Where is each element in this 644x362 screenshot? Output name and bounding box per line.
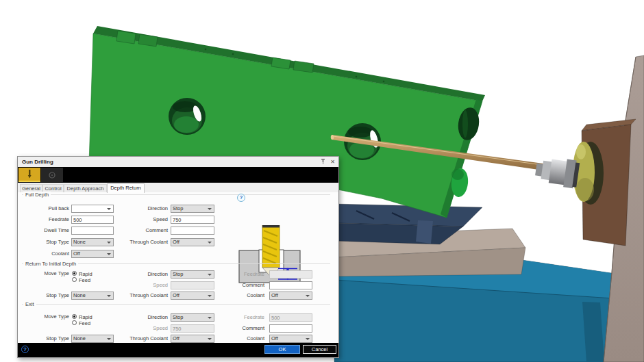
feed-radio-label: Feed <box>79 320 90 326</box>
close-icon[interactable]: ✕ <box>330 159 335 165</box>
comment-label: Comment <box>106 227 168 235</box>
help-icon[interactable]: ? <box>21 346 29 353</box>
pull-back-label: Pull back <box>20 205 69 213</box>
tab-depth-approach[interactable]: Depth Approach <box>64 184 107 192</box>
toolbar-gun-drill-button[interactable] <box>18 168 40 182</box>
feedrate-label: Feedrate <box>20 216 69 224</box>
chevron-down-icon <box>208 208 212 210</box>
help-icon[interactable]: ? <box>237 194 245 202</box>
toolbar-settings-button[interactable] <box>41 168 63 182</box>
feed-radio[interactable] <box>72 277 77 282</box>
group-caption-exit: Exit <box>23 301 36 307</box>
through-coolant-label: Through Coolant <box>106 238 168 246</box>
dialog-title: Gun Drilling <box>22 159 53 165</box>
app-window: { "window": { "title": "Gun Drilling", "… <box>0 0 644 362</box>
feedrate-label: Feedrate <box>201 270 264 279</box>
dialog-body: Full Depth Pull back Direction Stop Feed… <box>18 192 338 343</box>
stop-type-label: Stop Type <box>20 335 69 343</box>
rapid-radio-label: Rapid <box>79 271 92 277</box>
coolant-label: Coolant <box>201 335 264 343</box>
through-coolant-select[interactable]: Off <box>171 238 214 246</box>
dialog-footer: ? OK Cancel <box>18 343 338 357</box>
gun-drilling-dialog: Gun Drilling ✕ General Control Depth App… <box>17 156 339 358</box>
pin-icon[interactable] <box>320 158 326 166</box>
through-coolant-label: Through Coolant <box>106 335 168 343</box>
dialog-toolbar <box>18 167 338 183</box>
chevron-down-icon <box>306 338 310 340</box>
group-caption-full-depth: Full Depth <box>23 192 51 198</box>
bore-bright-shade <box>451 169 464 180</box>
speed-label: Speed <box>106 281 168 289</box>
feedrate-input <box>269 313 312 322</box>
through-coolant-label: Through Coolant <box>106 292 168 300</box>
tab-bar: General Control Depth Approach Depth Ret… <box>18 183 338 193</box>
rapid-radio[interactable] <box>72 271 77 276</box>
stop-type-label: Stop Type <box>20 238 69 246</box>
coolant-select[interactable]: Off <box>269 292 312 300</box>
feedrate-label: Feedrate <box>201 313 264 322</box>
comment-input[interactable] <box>171 227 214 235</box>
direction-label: Direction <box>106 270 168 279</box>
drill-icon <box>25 169 34 180</box>
drilled-hole-left <box>169 98 206 135</box>
tab-depth-return[interactable]: Depth Return <box>107 183 145 193</box>
stop-type-label: Stop Type <box>20 292 69 300</box>
coolant-label: Coolant <box>20 250 69 258</box>
comment-label: Comment <box>201 324 264 333</box>
ok-button[interactable]: OK <box>264 345 300 354</box>
direction-label: Direction <box>106 313 168 322</box>
rapid-radio-label: Rapid <box>79 314 92 320</box>
feedrate-input <box>269 270 312 279</box>
coolant-select[interactable]: Off <box>269 335 312 343</box>
tool-settings-icon <box>48 171 56 179</box>
speed-input[interactable] <box>171 216 214 224</box>
comment-label: Comment <box>201 281 264 289</box>
direction-label: Direction <box>106 205 168 213</box>
group-divider <box>22 304 330 305</box>
bore-dark-inner <box>462 110 468 138</box>
comment-input[interactable] <box>269 281 312 289</box>
coolant-select[interactable]: Off <box>71 250 114 258</box>
dialog-titlebar[interactable]: Gun Drilling ✕ <box>18 157 338 168</box>
speed-label: Speed <box>106 324 168 333</box>
group-caption-return: Return To Initial Depth <box>23 261 78 267</box>
move-type-label: Move Type <box>20 270 69 278</box>
rapid-radio[interactable] <box>72 314 77 319</box>
feed-radio[interactable] <box>72 320 77 325</box>
chevron-down-icon <box>107 253 111 255</box>
speed-label: Speed <box>106 216 168 224</box>
comment-input[interactable] <box>269 324 312 333</box>
coolant-label: Coolant <box>201 292 264 300</box>
cancel-button[interactable]: Cancel <box>303 345 336 354</box>
group-divider <box>22 194 330 195</box>
chevron-down-icon <box>208 242 212 244</box>
move-type-label: Move Type <box>20 313 69 321</box>
direction-select[interactable]: Stop <box>171 205 214 213</box>
feed-radio-label: Feed <box>79 277 90 283</box>
dwell-time-label: Dwell Time <box>20 227 69 235</box>
chevron-down-icon <box>306 295 310 297</box>
